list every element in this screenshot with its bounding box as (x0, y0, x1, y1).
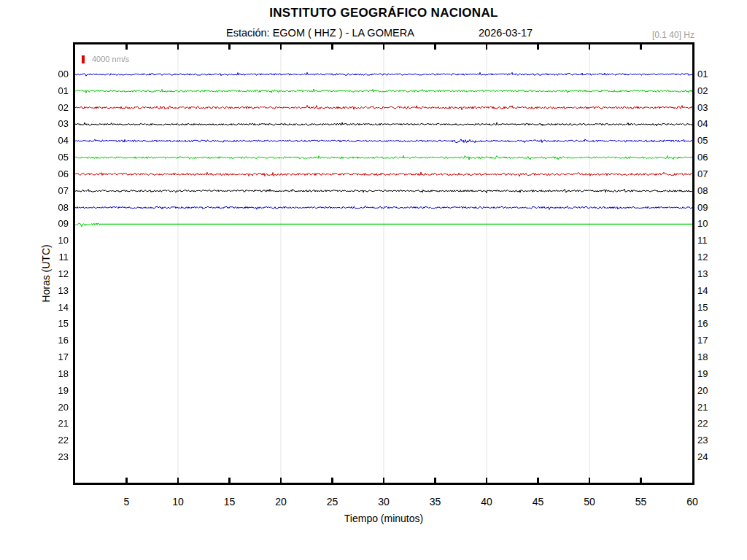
hour-label-right: 20 (697, 385, 724, 397)
x-tick-label: 55 (625, 496, 657, 508)
hour-label-right: 15 (697, 302, 724, 314)
hour-label-left: 10 (42, 235, 69, 246)
hour-label-right: 03 (697, 102, 724, 114)
hour-label-left: 18 (42, 368, 69, 380)
hour-label-right: 12 (697, 252, 724, 263)
hour-label-left: 09 (42, 218, 69, 230)
hour-label-left: 15 (42, 318, 69, 330)
page-title: INSTITUTO GEOGRÁFICO NACIONAL (73, 6, 694, 20)
hour-label-right: 21 (697, 402, 724, 413)
hour-label-left: 01 (42, 85, 69, 97)
hour-label-left: 00 (42, 69, 69, 80)
plot-frame: 4000 nm/s (73, 42, 694, 485)
hour-label-left: 07 (42, 185, 69, 197)
x-tick-label: 10 (162, 496, 194, 508)
hour-label-right: 19 (697, 368, 724, 380)
x-axis-title: Tiempo (minutos) (238, 513, 530, 524)
hour-label-right: 11 (697, 235, 724, 246)
hour-label-left: 22 (42, 435, 69, 446)
x-tick-label: 25 (317, 496, 349, 508)
hour-label-right: 22 (697, 418, 724, 429)
hour-label-right: 01 (697, 69, 724, 80)
hour-label-right: 18 (697, 351, 724, 363)
hour-label-right: 09 (697, 202, 724, 214)
hour-label-left: 17 (42, 351, 69, 363)
filter-band-label: [0.1 40] Hz (584, 30, 694, 40)
hour-label-left: 16 (42, 335, 69, 346)
hour-label-left: 08 (42, 202, 69, 214)
hour-label-left: 12 (42, 268, 69, 280)
hour-label-right: 06 (697, 152, 724, 163)
hour-label-right: 04 (697, 118, 724, 130)
hour-label-right: 17 (697, 335, 724, 346)
hour-label-right: 05 (697, 135, 724, 147)
x-tick-label: 40 (471, 496, 503, 508)
x-tick-label: 50 (573, 496, 605, 508)
x-tick-label: 20 (265, 496, 297, 508)
hour-label-left: 21 (42, 418, 69, 429)
hour-label-left: 13 (42, 285, 69, 297)
x-tick-label: 30 (368, 496, 400, 508)
hour-label-left: 20 (42, 402, 69, 413)
scale-bar-icon (82, 55, 85, 63)
helicorder-page: INSTITUTO GEOGRÁFICO NACIONAL Estación: … (0, 0, 747, 560)
hour-label-left: 04 (42, 135, 69, 147)
hour-label-right: 13 (697, 268, 724, 280)
x-tick-label: 35 (419, 496, 452, 508)
hour-label-left: 19 (42, 385, 69, 397)
hour-label-right: 24 (697, 451, 724, 463)
hour-label-left: 06 (42, 168, 69, 180)
hour-label-right: 02 (697, 85, 724, 97)
hour-label-left: 11 (42, 252, 69, 263)
x-tick-label: 45 (522, 496, 554, 508)
hour-label-left: 02 (42, 102, 69, 114)
hour-label-left: 23 (42, 451, 69, 463)
date-label: 2026-03-17 (479, 27, 533, 39)
hour-label-left: 05 (42, 152, 69, 163)
x-tick-label: 5 (111, 496, 143, 508)
seismogram-canvas (75, 44, 692, 483)
x-tick-label: 60 (676, 496, 708, 508)
hour-label-right: 14 (697, 285, 724, 297)
x-tick-label: 15 (214, 496, 246, 508)
hour-label-right: 10 (697, 218, 724, 230)
hour-label-right: 16 (697, 318, 724, 330)
station-subtitle: Estación: EGOM ( HHZ ) - LA GOMERA (226, 27, 414, 39)
hour-label-right: 07 (697, 168, 724, 180)
hour-label-left: 03 (42, 118, 69, 130)
hour-label-right: 23 (697, 435, 724, 446)
scale-label: 4000 nm/s (92, 55, 129, 63)
hour-label-right: 08 (697, 185, 724, 197)
hour-label-left: 14 (42, 302, 69, 314)
